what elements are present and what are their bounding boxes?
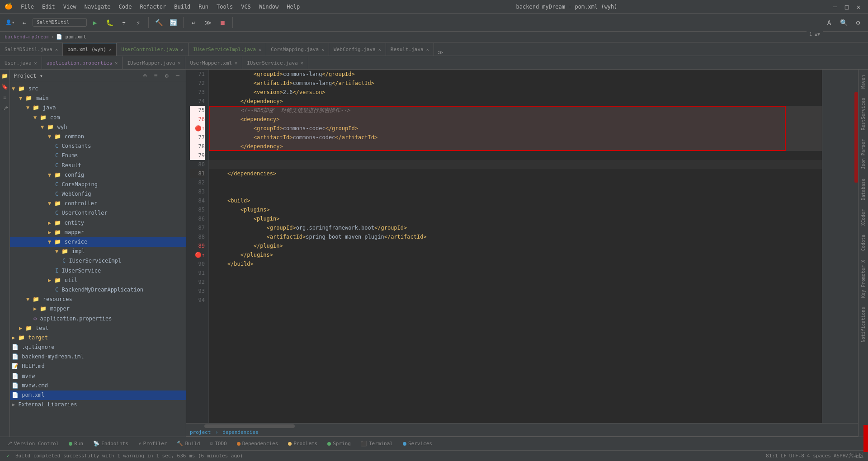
tab-appprops[interactable]: application.properties ✕ <box>42 56 123 69</box>
left-icon-git[interactable]: ⎇ <box>0 104 9 113</box>
tree-item-impl[interactable]: ▼ 📁 impl <box>10 247 186 256</box>
bottom-tab-todo[interactable]: ☑ TODO <box>206 440 231 447</box>
toolbar-btn-back[interactable]: ← <box>18 16 31 29</box>
tab-pomxml[interactable]: pom.xml (wyh) ✕ <box>63 43 117 56</box>
tree-item-iuserserviceimpl[interactable]: C IUserServiceImpl <box>10 256 186 266</box>
tree-item-corsmapping[interactable]: C CorsMapping <box>10 180 186 189</box>
code-editor[interactable]: <groupId>commons-lang</groupId> <artifac… <box>209 70 822 423</box>
tree-item-backendapp[interactable]: C BackendMyDreamApplication <box>10 285 186 295</box>
right-panel-database[interactable]: Database <box>860 175 867 204</box>
toolbar-btn-profile[interactable]: 👤▾ <box>4 16 16 29</box>
tree-item-res-mapper[interactable]: ▶ 📁 mapper <box>10 304 186 314</box>
left-icon-project[interactable]: 📁 <box>0 71 9 80</box>
tree-item-config[interactable]: ▼ 📁 config <box>10 170 186 180</box>
tab-iusermapper-close[interactable]: ✕ <box>178 61 180 66</box>
sidebar-collapse-all-icon[interactable]: ≡ <box>151 71 160 80</box>
menu-window[interactable]: Window <box>255 3 282 11</box>
tree-item-com[interactable]: ▼ 📁 com <box>10 113 186 122</box>
tree-item-wyh[interactable]: ▼ 📁 wyh <box>10 122 186 132</box>
left-icon-bookmarks[interactable]: 🔖 <box>0 82 9 91</box>
tab-webconfig[interactable]: WebConfig.java ✕ <box>329 43 386 56</box>
search-everywhere-button[interactable]: 🔍 <box>837 16 850 29</box>
tab-saltmd5[interactable]: SaltMD5Util.java ✕ <box>0 43 63 56</box>
run-button[interactable]: ▶ <box>89 16 101 29</box>
tab-iusermapper[interactable]: IUserMapper.java ✕ <box>123 56 185 69</box>
tree-item-iml[interactable]: 📄 backend-mydream.iml <box>10 352 186 362</box>
menu-edit[interactable]: Edit <box>38 3 59 11</box>
menu-navigate[interactable]: Navigate <box>81 3 114 11</box>
breadcrumb-project-link[interactable]: project <box>190 429 211 435</box>
sync-button[interactable]: 🔄 <box>167 16 179 29</box>
tab-user[interactable]: User.java ✕ <box>0 56 42 69</box>
tree-item-java[interactable]: ▼ 📁 java <box>10 103 186 113</box>
tab-iuserservice[interactable]: IUserService.java ✕ <box>242 56 308 69</box>
bottom-tab-terminal[interactable]: ⬛ Terminal <box>356 440 397 447</box>
tab-appprops-close[interactable]: ✕ <box>115 61 118 66</box>
tab-pomxml-close[interactable]: ✕ <box>109 47 112 52</box>
tree-item-iuserservice[interactable]: I IUserService <box>10 266 186 276</box>
tab-corsmapping[interactable]: CorsMapping.java ✕ <box>266 43 329 56</box>
tree-item-service[interactable]: ▼ 📁 service <box>10 237 186 247</box>
tab-result[interactable]: Result.java ✕ <box>386 43 434 56</box>
right-panel-codota[interactable]: Codota <box>860 231 867 254</box>
tree-item-mvnw[interactable]: 📄 mvnw <box>10 372 186 381</box>
tree-item-target[interactable]: ▶ 📁 target <box>10 333 186 343</box>
breadcrumb-dependencies-link[interactable]: dependencies <box>222 429 258 435</box>
right-panel-restservices[interactable]: RestServices <box>860 94 867 134</box>
tree-item-common[interactable]: ▼ 📁 common <box>10 132 186 141</box>
bottom-tab-services[interactable]: Services <box>398 440 437 447</box>
status-position[interactable]: 81:1 <box>766 453 778 459</box>
tree-item-appprops[interactable]: ⚙ application.properties <box>10 314 186 324</box>
menu-code[interactable]: Code <box>115 3 136 11</box>
left-icon-structure[interactable]: ≡ <box>0 93 9 102</box>
right-panel-maven[interactable]: Maven <box>860 71 867 92</box>
stop-button[interactable]: ⏹ <box>216 16 229 29</box>
tab-iuserserviceimpl[interactable]: IUserServiceImpl.java ✕ <box>189 43 266 56</box>
tab-corsmapping-close[interactable]: ✕ <box>321 47 324 52</box>
sidebar-expand-all-icon[interactable]: ⊕ <box>141 71 150 80</box>
run-config-selector[interactable]: SaltMD5Util <box>33 18 87 27</box>
tree-item-constants[interactable]: C Constants <box>10 141 186 151</box>
tree-item-src[interactable]: ▼ 📁 src <box>10 84 186 94</box>
tree-item-controller[interactable]: ▼ 📁 controller <box>10 199 186 208</box>
tree-item-pomxml[interactable]: 📄 pom.xml <box>10 390 186 400</box>
tree-item-mapper[interactable]: ▶ 📁 mapper <box>10 228 186 237</box>
menu-run[interactable]: Run <box>195 3 212 11</box>
right-panel-xcoder[interactable]: XCoder <box>860 206 867 229</box>
maximize-button[interactable]: □ <box>842 2 852 12</box>
editor-content[interactable]: 71727374 75 76 🔴↑ 77 78 79 80 81 8283848… <box>186 70 858 423</box>
tab-result-close[interactable]: ✕ <box>426 47 429 52</box>
tree-item-enums[interactable]: C Enums <box>10 151 186 160</box>
status-spaces[interactable]: 4 spaces <box>807 453 831 459</box>
tab-usercontroller[interactable]: UserController.java ✕ <box>117 43 189 56</box>
build-project-button[interactable]: 🔨 <box>152 16 165 29</box>
tree-item-result-class[interactable]: C Result <box>10 161 186 170</box>
tree-item-gitignore[interactable]: 📄 .gitignore <box>10 343 186 352</box>
bottom-tab-spring[interactable]: Spring <box>323 440 355 447</box>
right-panel-jsonparser[interactable]: Json Parser <box>860 136 867 173</box>
sidebar-minimize-icon[interactable]: ─ <box>173 71 182 80</box>
tree-item-entity[interactable]: ▶ 📁 entity <box>10 218 186 228</box>
menu-view[interactable]: View <box>60 3 80 11</box>
menu-file[interactable]: File <box>17 3 38 11</box>
tab-iuserservice-close[interactable]: ✕ <box>301 61 303 66</box>
menu-refactor[interactable]: Refactor <box>136 3 170 11</box>
tab-usermapperxml-close[interactable]: ✕ <box>235 61 237 66</box>
tab-more-button[interactable]: ≫ <box>434 49 447 56</box>
coverage-button[interactable]: ☂ <box>118 16 130 29</box>
status-lf[interactable]: LF <box>781 453 787 459</box>
sidebar-settings-icon[interactable]: ⚙ <box>162 71 171 80</box>
tree-item-help[interactable]: 📝 HELP.md <box>10 362 186 371</box>
menu-help[interactable]: Help <box>283 3 303 11</box>
minimize-button[interactable]: ─ <box>830 2 840 12</box>
settings-button[interactable]: ⚙ <box>852 16 864 29</box>
bottom-tab-run[interactable]: Run <box>64 440 88 447</box>
tab-webconfig-close[interactable]: ✕ <box>378 47 381 52</box>
bottom-tab-profiler[interactable]: ⚡ Profiler <box>134 440 172 447</box>
tree-item-resources[interactable]: ▼ 📁 resources <box>10 295 186 304</box>
tab-iuserserviceimpl-close[interactable]: ✕ <box>259 47 261 52</box>
toolbar-btn-more[interactable]: ≫ <box>202 16 214 29</box>
bottom-tab-build[interactable]: 🔨 Build <box>172 440 204 447</box>
bottom-tab-dependencies[interactable]: Dependencies <box>232 440 283 447</box>
tab-usercontroller-close[interactable]: ✕ <box>181 47 184 52</box>
